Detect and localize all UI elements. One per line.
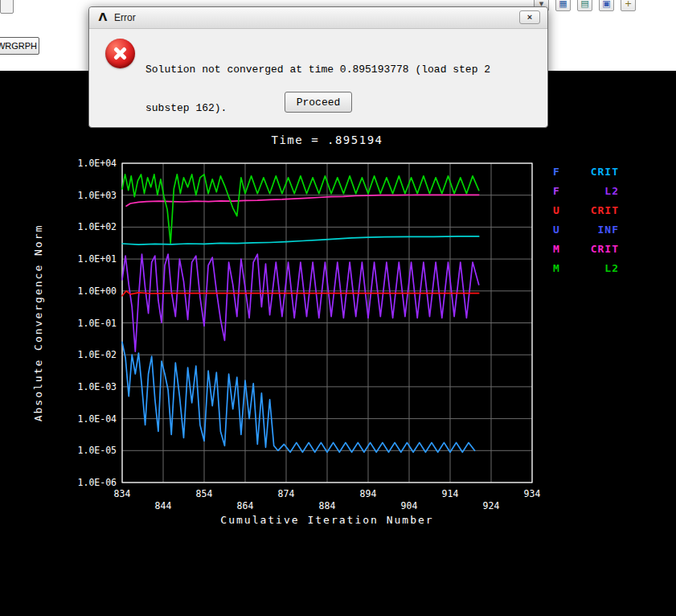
legend-symbol-u-inf: U xyxy=(553,224,560,236)
error-message-line: Solution not converged at time 0.8951937… xyxy=(145,64,490,76)
legend-symbol-f-crit: F xyxy=(553,166,560,178)
x-tick-label: 834 xyxy=(114,488,131,499)
error-message-line: Run terminated. xyxy=(145,141,490,154)
x-tick-label: 914 xyxy=(442,488,459,499)
print-icon[interactable]: ▤ xyxy=(577,0,592,11)
x-tick-label: 874 xyxy=(278,488,295,499)
clipped-toolbar-icon[interactable] xyxy=(0,0,14,14)
dialog-body: Solution not converged at time 0.8951937… xyxy=(89,29,547,127)
y-tick-label: 1.0E-04 xyxy=(78,413,117,425)
series-f-l2 xyxy=(122,254,479,351)
dialog-titlebar[interactable]: Λ Error × xyxy=(89,7,547,29)
dialog-title: Error xyxy=(114,12,136,23)
capture-image-icon[interactable]: ▣ xyxy=(599,0,614,11)
legend-label-m-l2: L2 xyxy=(604,262,619,274)
error-icon xyxy=(105,39,135,68)
legend-symbol-u-crit: U xyxy=(553,204,560,216)
y-tick-label: 1.0E+04 xyxy=(78,158,117,169)
legend-label-u-inf: INF xyxy=(598,224,619,236)
series-m-crit xyxy=(126,195,479,206)
plot-window-icon[interactable]: ▦ xyxy=(555,0,571,11)
report-icon[interactable]: + xyxy=(621,0,636,11)
legend-symbol-m-l2: M xyxy=(553,262,560,274)
x-tick-label: 844 xyxy=(155,500,172,511)
series-f-crit xyxy=(122,236,479,244)
x-tick-label: 884 xyxy=(319,500,336,511)
y-tick-label: 1.0E-05 xyxy=(78,445,117,456)
ansys-logo-icon: Λ xyxy=(96,10,109,23)
legend-label-u-crit: CRIT xyxy=(591,204,619,216)
ansys-window: WRGRPH ▾▦▤▣+ 1.0E+041.0E+031.0E+021.0E+0… xyxy=(0,0,676,616)
y-tick-label: 1.0E-01 xyxy=(78,318,117,329)
x-tick-label: 894 xyxy=(360,488,377,499)
x-tick-label: 854 xyxy=(196,488,213,499)
legend-label-f-l2: L2 xyxy=(604,185,619,197)
x-tick-label: 904 xyxy=(401,500,418,511)
y-tick-label: 1.0E-03 xyxy=(78,381,117,392)
y-axis-label: Absolute Convergence Norm xyxy=(32,224,44,422)
x-axis-label: Cumulative Iteration Number xyxy=(220,514,433,526)
close-button[interactable]: × xyxy=(519,10,540,24)
y-tick-label: 1.0E-02 xyxy=(78,349,117,360)
proceed-button[interactable]: Proceed xyxy=(285,92,352,113)
legend-symbol-m-crit: M xyxy=(553,243,560,255)
y-tick-label: 1.0E+01 xyxy=(78,253,117,265)
series-m-l2 xyxy=(122,175,479,243)
toolbar-icon-group: ▾▦▤▣+ xyxy=(534,0,636,11)
error-dialog: Λ Error × Solution not converged at time… xyxy=(88,6,548,128)
series-u-inf xyxy=(122,342,475,452)
legend-label-m-crit: CRIT xyxy=(591,243,619,255)
x-tick-label: 924 xyxy=(483,500,500,511)
y-tick-label: 1.0E+02 xyxy=(78,221,117,232)
legend-label-f-crit: CRIT xyxy=(591,166,619,178)
series-u-crit xyxy=(122,291,479,296)
powrgrph-button[interactable]: WRGRPH xyxy=(0,37,39,55)
legend-symbol-f-l2: F xyxy=(553,185,560,197)
y-tick-label: 1.0E+00 xyxy=(78,285,117,297)
x-tick-label: 934 xyxy=(524,488,541,499)
y-tick-label: 1.0E-06 xyxy=(78,477,117,488)
x-tick-label: 864 xyxy=(237,500,254,511)
y-tick-label: 1.0E+03 xyxy=(78,190,117,201)
